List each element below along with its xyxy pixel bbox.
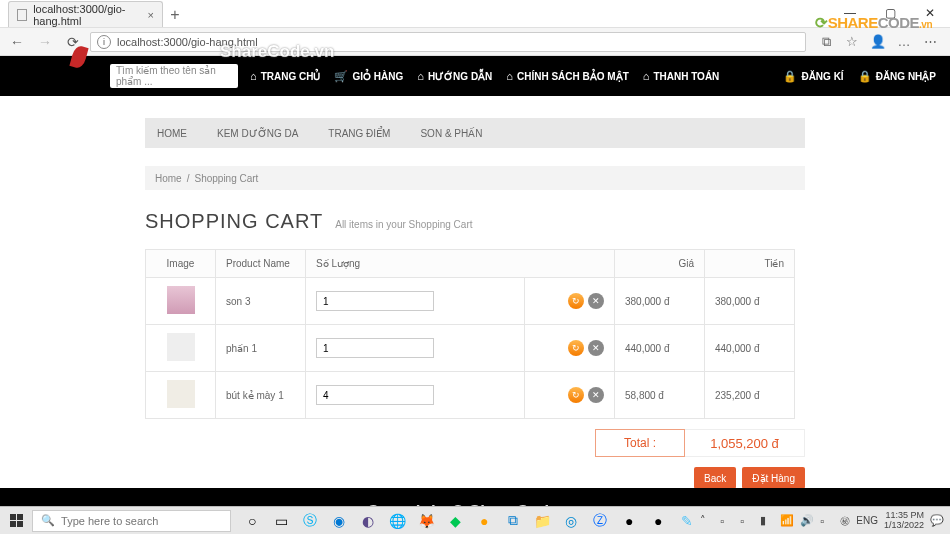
clock[interactable]: 11:35 PM 1/13/2022 [884, 511, 924, 531]
lang-indicator[interactable]: ENG [856, 515, 878, 526]
more-icon[interactable]: … [896, 34, 912, 50]
nav-register[interactable]: 🔒ĐĂNG KÍ [783, 70, 843, 83]
cell-price: 380,000 đ [615, 278, 705, 325]
product-thumb[interactable] [167, 333, 195, 361]
subnav-cat1[interactable]: KEM DƯỠNG DA [217, 128, 298, 139]
tray-icon2[interactable]: ▫ [740, 515, 754, 527]
cart-icon: 🛒 [334, 70, 348, 83]
explorer-icon[interactable]: 📁 [529, 508, 555, 534]
cell-actions: ↻✕ [525, 372, 615, 419]
payment-icon: ⌂ [643, 70, 650, 82]
site-info-icon[interactable]: i [97, 35, 111, 49]
zalo-icon[interactable]: Ⓩ [587, 508, 613, 534]
subnav-cat2[interactable]: TRANG ĐIỂM [328, 128, 390, 139]
logo-text: Oakya [28, 63, 91, 90]
cell-price: 440,000 đ [615, 325, 705, 372]
skype-icon[interactable]: Ⓢ [297, 508, 323, 534]
start-button[interactable] [0, 507, 32, 535]
th-qty: Số Lượng [306, 250, 615, 278]
minimize-button[interactable]: — [830, 0, 870, 27]
crumb-current: Shopping Cart [194, 173, 258, 184]
refresh-icon[interactable]: ↻ [568, 340, 584, 356]
main-header: Tìm kiếm theo tên sản phẩm ... ⌂TRANG CH… [0, 56, 950, 96]
page-title: SHOPPING CART [145, 210, 323, 233]
search-input[interactable]: Tìm kiếm theo tên sản phẩm ... [110, 64, 238, 88]
app2-icon[interactable]: ● [471, 508, 497, 534]
tray-icon[interactable]: ▫ [720, 515, 734, 527]
taskbar-search[interactable]: 🔍 Type here to search [32, 510, 231, 532]
battery-icon[interactable]: ▮ [760, 514, 774, 527]
bookmark-icon[interactable]: ☆ [844, 34, 860, 50]
refresh-icon[interactable]: ↻ [568, 387, 584, 403]
extension-icon[interactable]: ⧉ [818, 34, 834, 50]
home-icon: ⌂ [250, 70, 257, 82]
nav-home[interactable]: ⌂TRANG CHỦ [250, 70, 320, 83]
remove-icon[interactable]: ✕ [588, 293, 604, 309]
cell-name: phấn 1 [216, 325, 306, 372]
app4-icon[interactable]: ● [645, 508, 671, 534]
ime-icon[interactable]: ㊙ [840, 514, 850, 528]
crumb-home[interactable]: Home [155, 173, 182, 184]
maximize-button[interactable]: ▢ [870, 0, 910, 27]
menu-icon[interactable]: ⋯ [922, 34, 938, 50]
eclipse-icon[interactable]: ◐ [355, 508, 381, 534]
new-tab-button[interactable]: + [163, 3, 187, 27]
qty-input[interactable] [316, 291, 434, 311]
app-icon[interactable]: ◆ [442, 508, 468, 534]
page-icon [17, 9, 27, 21]
nav-login[interactable]: 🔒ĐĂNG NHẬP [858, 70, 936, 83]
nav-guide[interactable]: ⌂HƯỚNG DẪN [417, 70, 492, 83]
subnav-cat3[interactable]: SON & PHẤN [420, 128, 482, 139]
cell-actions: ↻✕ [525, 278, 615, 325]
refresh-icon[interactable]: ↻ [568, 293, 584, 309]
qty-input[interactable] [316, 385, 434, 405]
nav-privacy[interactable]: ⌂CHÍNH SÁCH BẢO MẬT [506, 70, 628, 83]
clock-date: 1/13/2022 [884, 521, 924, 531]
cell-image [146, 278, 216, 325]
back-button[interactable]: Back [694, 467, 736, 489]
subnav-home[interactable]: HOME [157, 128, 187, 139]
wifi-icon[interactable]: 📶 [780, 514, 794, 527]
cart-table: Image Product Name Số Lượng Giá Tiền son… [145, 249, 795, 419]
remove-icon[interactable]: ✕ [588, 387, 604, 403]
product-thumb[interactable] [167, 286, 195, 314]
edge-icon[interactable]: ◉ [326, 508, 352, 534]
qty-input[interactable] [316, 338, 434, 358]
th-total: Tiền [705, 250, 795, 278]
back-button[interactable]: ← [6, 31, 28, 53]
windows-taskbar: 🔍 Type here to search ○ ▭ Ⓢ ◉ ◐ 🌐 🦊 ◆ ● … [0, 506, 950, 534]
app5-icon[interactable]: ✎ [674, 508, 700, 534]
cell-name: bút kẻ mày 1 [216, 372, 306, 419]
browser-address-bar: ← → ⟳ i localhost:3000/gio-hang.html ⧉ ☆… [0, 28, 950, 56]
cell-image [146, 325, 216, 372]
cart-actions: Back Đặt Hàng [145, 467, 805, 489]
profile-icon[interactable]: 👤 [870, 34, 886, 50]
notifications-icon[interactable]: 💬 [930, 514, 944, 527]
taskview-icon[interactable]: ▭ [268, 508, 294, 534]
app3-icon[interactable]: ● [616, 508, 642, 534]
volume-icon[interactable]: 🔊 [800, 514, 814, 527]
window-controls: — ▢ ✕ [830, 0, 950, 27]
browser2-icon[interactable]: ◎ [558, 508, 584, 534]
taskbar-apps: ○ ▭ Ⓢ ◉ ◐ 🌐 🦊 ◆ ● ⧉ 📁 ◎ Ⓩ ● ● ✎ [239, 508, 700, 534]
vscode-icon[interactable]: ⧉ [500, 508, 526, 534]
close-button[interactable]: ✕ [910, 0, 950, 27]
tray-icon3[interactable]: ▫ [820, 515, 834, 527]
nav-payment[interactable]: ⌂THANH TOÁN [643, 70, 720, 83]
site-logo[interactable]: Oakya [28, 48, 106, 90]
windows-icon [10, 514, 23, 527]
url-input[interactable]: i localhost:3000/gio-hang.html [90, 32, 806, 52]
tab-close-icon[interactable]: × [148, 9, 154, 21]
cell-price: 58,800 đ [615, 372, 705, 419]
chrome-icon[interactable]: 🌐 [384, 508, 410, 534]
browser-tab[interactable]: localhost:3000/gio-hang.html × [8, 1, 163, 27]
firefox-icon[interactable]: 🦊 [413, 508, 439, 534]
cortana-icon[interactable]: ○ [239, 508, 265, 534]
product-thumb[interactable] [167, 380, 195, 408]
nav-cart[interactable]: 🛒GIỎ HÀNG [334, 70, 403, 83]
guide-icon: ⌂ [417, 70, 424, 82]
page-title-row: SHOPPING CART All items in your Shopping… [145, 210, 805, 233]
tray-up-icon[interactable]: ˄ [700, 514, 714, 527]
order-button[interactable]: Đặt Hàng [742, 467, 805, 489]
remove-icon[interactable]: ✕ [588, 340, 604, 356]
